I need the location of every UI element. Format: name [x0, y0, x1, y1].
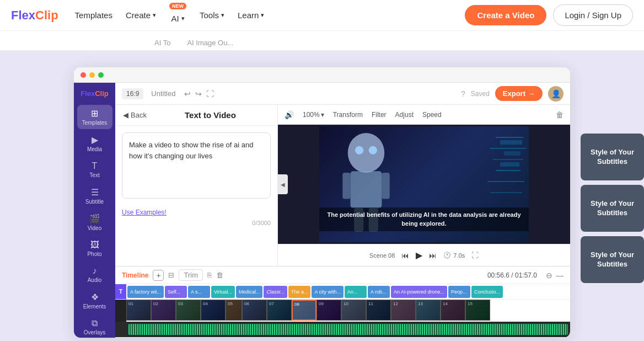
timeline-time-display: 00:56.6 / 01:57.0	[487, 271, 537, 279]
redo-icon[interactable]: ↪	[195, 89, 202, 98]
add-clip-button[interactable]: +	[153, 270, 164, 281]
delete-timeline-icon[interactable]: 🗑	[216, 271, 223, 279]
video-title[interactable]: Untitled	[151, 89, 175, 98]
clip[interactable]: A s...	[188, 286, 210, 298]
filmstrip-cell-active: 08	[292, 300, 316, 321]
chevron-down-icon: ▾	[221, 12, 224, 19]
logo[interactable]: FlexClip	[11, 8, 58, 23]
create-video-button[interactable]: Create a Video	[465, 5, 546, 25]
window-minimize-dot[interactable]	[89, 72, 95, 78]
svg-rect-5	[382, 173, 390, 199]
svg-rect-4	[342, 173, 350, 199]
clip[interactable]: A factory wit...	[127, 286, 164, 298]
zoom-out-icon[interactable]: ⊖	[546, 271, 552, 280]
main-content: FlexClip ⊞ Templates ▶ Media T Text ☰ Su…	[0, 51, 644, 341]
window-maximize-dot[interactable]	[98, 72, 104, 78]
delete-icon[interactable]: 🗑	[556, 110, 564, 119]
clip[interactable]: Conclusio...	[471, 286, 503, 298]
undo-icon[interactable]: ↩	[184, 89, 191, 98]
video-panel: 🔊 100% ▾ Transform Filter Adjust Speed 🗑	[278, 105, 570, 266]
transform-button[interactable]: Transform	[333, 111, 363, 119]
track-type-indicator: T	[115, 284, 126, 299]
zoom-control[interactable]: 100% ▾	[303, 111, 324, 119]
clip[interactable]: A city with...	[312, 286, 344, 298]
zoom-slider-icon[interactable]: —	[556, 271, 564, 280]
export-button[interactable]: Export →	[495, 86, 543, 101]
nav-learn[interactable]: Learn ▾	[238, 10, 264, 20]
collapse-panel-button[interactable]: ◀	[278, 174, 288, 194]
volume-icon[interactable]: 🔊	[285, 110, 294, 119]
prompt-input-area[interactable]: Make a video to show the rise of ai and …	[122, 132, 271, 199]
sidebar-item-overlays[interactable]: ⧉ Overlays	[77, 315, 112, 338]
audio-adjust-icon[interactable]: ⊟	[168, 271, 174, 279]
play-button[interactable]: ▶	[416, 250, 422, 260]
saved-status: Saved	[471, 90, 490, 98]
filmstrip-cell: 14	[441, 300, 465, 321]
filmstrip-cell: 06	[242, 300, 267, 321]
sidebar-item-text[interactable]: T Text	[77, 158, 112, 182]
svg-rect-16	[500, 162, 519, 167]
clip[interactable]: Peop...	[448, 286, 470, 298]
user-avatar[interactable]: 👤	[548, 86, 564, 102]
sidebar-item-subtitle[interactable]: ☰ Subtitle	[77, 184, 112, 208]
clip[interactable]: Self...	[165, 286, 187, 298]
video-icon: 🎬	[89, 214, 100, 224]
help-icon[interactable]: ?	[461, 89, 465, 98]
audio-waveform	[128, 324, 568, 335]
copy-icon[interactable]: ⎘	[207, 271, 212, 279]
editor-toolbar: 16:9 Untitled ↩ ↪ ⛶ ? Saved Export →	[115, 83, 570, 105]
sidebar-item-audio[interactable]: ♪ Audio	[77, 263, 112, 286]
skip-back-button[interactable]: ⏮	[401, 251, 409, 260]
nav-create[interactable]: Create ▾	[126, 10, 156, 20]
clip[interactable]: Medical...	[236, 286, 263, 298]
clip[interactable]: Classr...	[264, 286, 287, 298]
skip-forward-button[interactable]: ⏭	[429, 251, 437, 260]
use-examples-link[interactable]: Use Examples!	[122, 209, 271, 216]
back-arrow-icon: ◀	[123, 111, 128, 119]
ai-subbar-item-ai-to[interactable]: AI To	[154, 39, 170, 50]
clip[interactable]: A rob...	[368, 286, 390, 298]
adjust-button[interactable]: Adjust	[395, 111, 414, 119]
style-card-1[interactable]: Style of Your Subtitles	[581, 134, 644, 180]
sidebar-item-video[interactable]: 🎬 Video	[77, 210, 112, 235]
text-icon: T	[92, 161, 98, 171]
nav-templates[interactable]: Templates	[75, 10, 112, 20]
filter-button[interactable]: Filter	[372, 111, 387, 119]
svg-point-1	[355, 146, 363, 154]
login-button[interactable]: Login / Sign Up	[553, 4, 633, 26]
sidebar-item-templates[interactable]: ⊞ Templates	[77, 105, 112, 129]
back-button[interactable]: ◀ Back	[123, 111, 147, 119]
style-card-3[interactable]: Style of Your Subtitles	[581, 236, 644, 283]
clock-icon: 🕐	[443, 252, 451, 259]
clip[interactable]: Virtual...	[211, 286, 235, 298]
ai-subbar-item-image[interactable]: AI Image Ou...	[187, 39, 233, 50]
aspect-ratio-selector[interactable]: 16:9	[122, 88, 143, 99]
sidebar-item-media[interactable]: ▶ Media	[77, 131, 112, 156]
timeline-tracks: T A factory wit... Self... A s... Virtua…	[115, 284, 570, 337]
clip[interactable]: An...	[345, 286, 367, 298]
window-close-dot[interactable]	[80, 72, 86, 78]
trim-button[interactable]: Trim	[179, 269, 203, 281]
style-cards-panel: Style of Your Subtitles Style of Your Su…	[581, 134, 644, 283]
nav-tools[interactable]: Tools ▾	[200, 10, 224, 20]
video-frame: The potential benefits of utilizing AI i…	[319, 126, 529, 242]
playback-bar: Scene 08 ⏮ ▶ ⏭ 🕐 7.0s ⛶	[278, 244, 570, 266]
clip-active[interactable]: The a...	[288, 286, 311, 298]
clip[interactable]: An AI-powered drone...	[391, 286, 447, 298]
fullscreen-icon[interactable]: ⛶	[206, 89, 214, 98]
filmstrip-cell: 01	[126, 300, 151, 321]
sidebar-item-photo[interactable]: 🖼 Photo	[77, 237, 112, 260]
nav-ai[interactable]: NEW AI ▾	[169, 7, 186, 23]
filmstrip-cell: 10	[341, 300, 366, 321]
editor-logo: FlexClip	[80, 88, 109, 98]
fullscreen-button[interactable]: ⛶	[471, 251, 479, 259]
style-card-2[interactable]: Style of Your Subtitles	[581, 185, 644, 232]
svg-point-2	[369, 146, 377, 154]
video-track-row: T A factory wit... Self... A s... Virtua…	[115, 284, 570, 300]
filmstrip-cell: 05	[226, 300, 242, 321]
svg-point-0	[348, 133, 385, 173]
sidebar-item-elements[interactable]: ❖ Elements	[77, 289, 112, 313]
speed-button[interactable]: Speed	[422, 111, 442, 119]
text-to-video-panel: ◀ Back Text to Video Make a video to sho…	[115, 105, 278, 266]
chevron-down-icon: ▾	[181, 15, 185, 22]
